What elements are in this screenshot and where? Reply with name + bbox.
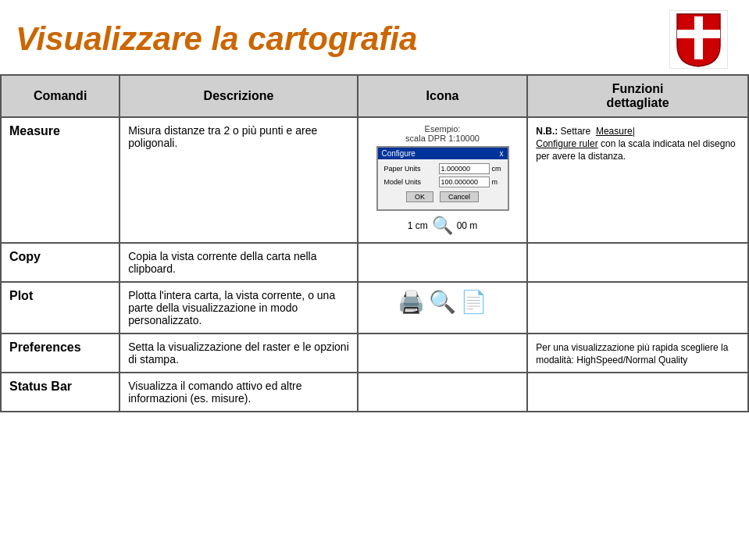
funzioni-measure: N.B.: Settare Measure|Configure ruler co…: [527, 117, 748, 243]
header: Visualizzare la cartografia Provincia di…: [0, 0, 749, 74]
funzioni-preferences: Per una visualizzazione più rapida scegl…: [527, 334, 748, 373]
icona-preferences: [358, 334, 528, 373]
cmd-statusbar: Status Bar: [1, 373, 119, 412]
document-icon: 📄: [460, 289, 487, 315]
dialog-titlebar: Configure x: [378, 148, 508, 159]
cmd-copy: Copy: [1, 243, 119, 282]
col-header-icona: Icona: [358, 75, 528, 117]
table-row-measure: Measure Misura distanze tra 2 o più punt…: [1, 117, 748, 243]
page-container: Visualizzare la cartografia Provincia di…: [0, 0, 749, 560]
icona-measure: Esempio:scala DPR 1:10000 Configure x Pa…: [358, 117, 528, 243]
dialog-cancel-button[interactable]: Cancel: [440, 191, 479, 202]
plot-icons-group: 🖨️ 🔍 📄: [366, 289, 519, 315]
icona-statusbar: [358, 373, 528, 412]
table-row-statusbar: Status Bar Visualizza il comando attivo …: [1, 373, 748, 412]
magnifier-icon: 🔍: [432, 216, 453, 236]
configure-dialog: Configure x Paper Units 1.000000 cm Mode…: [376, 146, 509, 211]
cmd-preferences: Preferences: [1, 334, 119, 373]
table-row-plot: Plot Plotta l'intera carta, la vista cor…: [1, 282, 748, 334]
logo-icon: Provincia di Genova: [669, 10, 728, 69]
desc-plot: Plotta l'intera carta, la vista corrente…: [119, 282, 358, 334]
logo-area: Provincia di Genova: [663, 8, 733, 70]
desc-preferences: Setta la visualizzazione del raster e le…: [119, 334, 358, 373]
table-row-copy: Copy Copia la vista corrente della carta…: [1, 243, 748, 282]
funzioni-plot: [527, 282, 748, 334]
search-print-icon: 🔍: [429, 289, 456, 315]
scale-diagram: 1 cm 🔍 00 m: [366, 216, 519, 236]
main-table: Comandi Descrizione Icona Funzionidettag…: [0, 74, 749, 412]
desc-statusbar: Visualizza il comando attivo ed altre in…: [119, 373, 358, 412]
dialog-ok-button[interactable]: OK: [406, 191, 433, 202]
col-header-comandi: Comandi: [1, 75, 119, 117]
desc-copy: Copia la vista corrente della carta nell…: [119, 243, 358, 282]
desc-measure: Misura distanze tra 2 o più punti e aree…: [119, 117, 358, 243]
scale-example-label: Esempio:scala DPR 1:10000: [366, 124, 519, 143]
icona-copy: [358, 243, 528, 282]
icona-plot: 🖨️ 🔍 📄: [358, 282, 528, 334]
table-row-preferences: Preferences Setta la visualizzazione del…: [1, 334, 748, 373]
col-header-funzioni: Funzionidettagliate: [527, 75, 748, 117]
svg-rect-2: [677, 30, 720, 38]
dialog-title: Configure: [382, 149, 416, 158]
cmd-plot: Plot: [1, 282, 119, 334]
funzioni-copy: [527, 243, 748, 282]
paper-units-row: Paper Units 1.000000 cm: [384, 163, 501, 174]
page-title: Visualizzare la cartografia: [16, 20, 417, 58]
dialog-buttons: OK Cancel: [384, 191, 501, 202]
funzioni-statusbar: [527, 373, 748, 412]
printer-icon: 🖨️: [398, 289, 425, 315]
dialog-close: x: [500, 149, 504, 158]
dialog-body: Paper Units 1.000000 cm Model Units 100.…: [378, 159, 508, 209]
model-units-row: Model Units 100.000000 m: [384, 177, 501, 187]
col-header-descrizione: Descrizione: [119, 75, 358, 117]
cmd-measure: Measure: [1, 117, 119, 243]
